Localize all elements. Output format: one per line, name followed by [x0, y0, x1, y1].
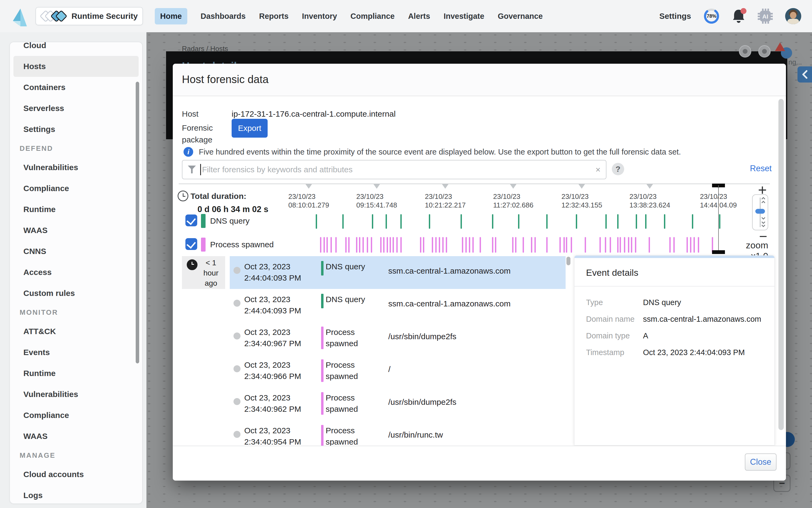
- nav-item-inventory[interactable]: Inventory: [302, 12, 337, 21]
- sidebar-item-cloud-accounts[interactable]: Cloud accounts: [10, 464, 142, 485]
- axis-label: 23/10/2309:15:41.748: [356, 192, 397, 209]
- event-type: Process spawned: [321, 359, 380, 382]
- timeline-tick: [635, 237, 636, 253]
- collapse-panel-button[interactable]: [798, 67, 812, 83]
- sidebar-item-containers[interactable]: Containers: [10, 77, 142, 98]
- sidebar-item-compliance-monitor[interactable]: Compliance: [10, 405, 142, 426]
- nav-item-home[interactable]: Home: [155, 8, 187, 25]
- brush-handle-bottom[interactable]: [712, 250, 725, 254]
- timeline-tick: [693, 237, 695, 253]
- timeline-tick: [585, 237, 586, 253]
- relative-time-label: < 1 hour ago: [197, 258, 224, 288]
- background-action-icon: [758, 45, 771, 57]
- nav-item-alerts[interactable]: Alerts: [408, 12, 430, 21]
- event-value: /usr/bin/runc.tw: [388, 430, 443, 439]
- sidebar-item-serverless[interactable]: Serverless: [10, 98, 142, 119]
- timeline-tick: [534, 237, 536, 253]
- sidebar-item-compliance[interactable]: Compliance: [10, 178, 142, 199]
- ai-assistant-icon[interactable]: AI: [758, 9, 773, 24]
- help-icon[interactable]: ?: [612, 163, 624, 175]
- axis-label: 23/10/2312:32:43.155: [561, 192, 602, 209]
- clear-filter-icon[interactable]: ×: [595, 165, 600, 175]
- reset-link[interactable]: Reset: [750, 164, 772, 173]
- timeline-tick: [435, 237, 437, 253]
- timeline-tick: [605, 237, 606, 253]
- event-row[interactable]: Oct 23, 20232:34:40:962 PM Process spawn…: [230, 387, 566, 420]
- event-row-selected[interactable]: Oct 23, 20232:44:04:093 PM DNS query ssm…: [230, 256, 566, 289]
- sidebar-item-hosts[interactable]: Hosts: [13, 56, 139, 77]
- product-switcher[interactable]: Runtime Security: [36, 7, 143, 25]
- user-avatar[interactable]: [785, 8, 801, 24]
- time-group-gutter: < 1 hour ago: [182, 256, 225, 289]
- timeline-tick: [649, 237, 650, 253]
- host-value: ip-172-31-1-176.ca-central-1.compute.int…: [232, 110, 396, 119]
- process-spawned-checkbox[interactable]: [185, 238, 197, 250]
- modal-scrollbar[interactable]: [778, 99, 784, 430]
- event-row[interactable]: Oct 23, 20232:34:40:967 PM Process spawn…: [230, 322, 566, 354]
- filter-input[interactable]: [202, 165, 595, 174]
- timeline-tick: [617, 237, 619, 253]
- timeline-tick: [546, 214, 548, 229]
- axis-marker: [579, 184, 585, 189]
- axis-marker: [510, 184, 516, 189]
- nav-item-governance[interactable]: Governance: [498, 12, 543, 21]
- event-row[interactable]: Oct 23, 20232:44:04:093 PM DNS query ssm…: [230, 289, 566, 322]
- sidebar-item-logs[interactable]: Logs: [10, 485, 142, 504]
- settings-link[interactable]: Settings: [660, 11, 691, 21]
- timeline-tick: [345, 237, 347, 253]
- sidebar-item-runtime[interactable]: Runtime: [10, 199, 142, 220]
- timeline-tick: [492, 237, 493, 253]
- event-type: Process spawned: [321, 425, 380, 448]
- timeline-tick: [531, 237, 532, 253]
- event-type: DNS query: [321, 294, 380, 308]
- timeline-tick: [686, 237, 688, 253]
- notifications-bell-icon[interactable]: [732, 9, 746, 24]
- sidebar-item-vulnerabilities-monitor[interactable]: Vulnerabilities: [10, 384, 142, 405]
- sidebar-item-waas-monitor[interactable]: WAAS: [10, 426, 142, 447]
- sidebar-item-runtime-monitor[interactable]: Runtime: [10, 363, 142, 384]
- event-list-scrollbar[interactable]: [567, 257, 571, 265]
- nav-item-compliance[interactable]: Compliance: [350, 12, 395, 21]
- modal-title: Host forensic data: [182, 73, 268, 85]
- filter-input-wrap: ×: [182, 160, 606, 179]
- axis-label: 23/10/2310:21:22.217: [425, 192, 466, 209]
- event-timestamp: Oct 23, 20232:34:40:966 PM: [244, 359, 317, 382]
- timeline-tick: [673, 237, 675, 253]
- event-type: Process spawned: [321, 327, 380, 349]
- dns-query-checkbox[interactable]: [185, 214, 197, 226]
- timeline-tick: [323, 237, 325, 253]
- dns-query-ticks: [179, 214, 770, 229]
- timeline-brush[interactable]: [712, 183, 725, 254]
- timeline-tick: [362, 237, 364, 253]
- sidebar-item-waas[interactable]: WAAS: [10, 220, 142, 241]
- sidebar-item-settings[interactable]: Settings: [10, 119, 142, 140]
- event-value: /usr/sbin/dumpe2fs: [388, 397, 456, 407]
- nav-item-dashboards[interactable]: Dashboards: [201, 12, 246, 21]
- sidebar-item-attck[interactable]: ATT&CK: [10, 321, 142, 342]
- nav-item-investigate[interactable]: Investigate: [444, 12, 485, 21]
- event-row[interactable]: Oct 23, 20232:34:40:966 PM Process spawn…: [230, 354, 566, 387]
- sidebar-item-access[interactable]: Access: [10, 262, 142, 283]
- nav-item-reports[interactable]: Reports: [259, 12, 288, 21]
- sidebar-item-vulnerabilities[interactable]: Vulnerabilities: [10, 157, 142, 178]
- timeline-zoom-slider[interactable]: [752, 194, 768, 230]
- sidebar-item-cloud[interactable]: Cloud: [10, 42, 142, 56]
- timeline-tick: [320, 237, 321, 253]
- credits-progress-ring[interactable]: 78%: [704, 8, 720, 24]
- timeline-tick: [698, 237, 699, 253]
- sidebar-item-custom-rules[interactable]: Custom rules: [10, 283, 142, 304]
- sidebar-scrollbar[interactable]: [136, 82, 139, 364]
- export-button[interactable]: Export: [232, 119, 268, 138]
- process-spawned-label: Process spawned: [210, 240, 274, 249]
- event-type: DNS query: [321, 261, 380, 276]
- sidebar-item-cnns[interactable]: CNNS: [10, 241, 142, 262]
- sidebar-item-events[interactable]: Events: [10, 342, 142, 363]
- close-button[interactable]: Close: [745, 454, 776, 471]
- sidebar-rail: Cloud Hosts Containers Serverless Settin…: [0, 32, 146, 508]
- timeline-tick: [460, 214, 462, 229]
- axis-marker: [442, 184, 448, 189]
- timeline-tick: [669, 237, 671, 253]
- timeline-tick: [566, 237, 567, 253]
- timeline-tick: [442, 237, 444, 253]
- sidebar-section-defend: DEFEND: [10, 140, 142, 157]
